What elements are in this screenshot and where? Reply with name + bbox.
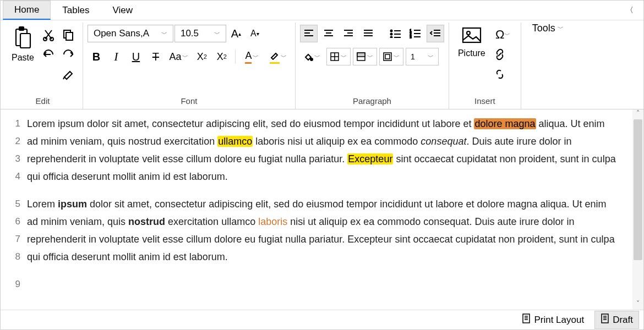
svg-rect-1: [19, 27, 24, 30]
highlighted-text: Excepteur: [347, 153, 393, 164]
tab-tables[interactable]: Tables: [51, 1, 101, 20]
chevron-down-icon: ﹀: [161, 30, 167, 38]
outdent-button[interactable]: [427, 25, 444, 42]
bullet-list-button[interactable]: [387, 25, 405, 42]
document-area: 1 2 3 4 5 6 7 8 9 Lorem ipsum dolor sit …: [1, 109, 643, 310]
grow-font-icon[interactable]: A▴: [227, 25, 245, 42]
superscript-button[interactable]: X2: [193, 48, 211, 65]
draft-view-button[interactable]: Draft: [594, 311, 639, 329]
borders-button[interactable]: ﹀: [326, 48, 351, 65]
bold-text: nostrud: [128, 216, 165, 227]
clipboard-icon: [12, 26, 34, 52]
font-name-select[interactable]: Open Sans,A ﹀: [88, 25, 173, 42]
align-center-button[interactable]: [320, 25, 337, 42]
print-layout-view-button[interactable]: Print Layout: [516, 311, 590, 329]
shrink-font-icon[interactable]: A▾: [246, 25, 264, 42]
svg-rect-18: [385, 54, 390, 59]
line-number: 6: [1, 213, 20, 230]
justify-button[interactable]: [359, 25, 377, 42]
draft-label: Draft: [613, 315, 633, 326]
scroll-up-icon[interactable]: ˄: [636, 109, 640, 119]
line-number: 8: [1, 248, 20, 266]
tab-home[interactable]: Home: [3, 1, 51, 20]
line-spacing-value: 1: [411, 52, 415, 61]
collapse-ribbon-icon[interactable]: 〈: [618, 6, 641, 15]
page-icon: [601, 314, 609, 326]
group-label-font: Font: [181, 95, 197, 108]
cell-margins-button[interactable]: ﹀: [379, 48, 403, 65]
highlight-color-button[interactable]: ﹀: [266, 48, 291, 65]
group-label-edit: Edit: [36, 95, 50, 108]
insert-hyperlink-icon[interactable]: [490, 45, 510, 64]
remove-hyperlink-icon[interactable]: [490, 64, 510, 84]
copy-icon[interactable]: [58, 25, 78, 45]
underline-button[interactable]: U: [127, 48, 145, 65]
svg-rect-16: [357, 53, 365, 57]
tab-view[interactable]: View: [101, 1, 145, 20]
insert-symbol-button[interactable]: Ω﹀: [490, 25, 516, 45]
paragraph[interactable]: Lorem ipsum dolor sit amet, consectetur …: [27, 195, 616, 266]
print-layout-label: Print Layout: [534, 315, 584, 326]
tab-bar: Home Tables View 〈: [1, 1, 643, 20]
font-size-select[interactable]: 10.5 ﹀: [174, 25, 226, 42]
tools-button[interactable]: Tools﹀: [532, 23, 564, 34]
document-text[interactable]: Lorem ipsum dolor sit amet, consectetur …: [27, 109, 643, 310]
svg-point-9: [390, 37, 392, 38]
vertical-scrollbar[interactable]: ˄ ˅: [632, 109, 643, 310]
line-number: 1: [1, 115, 20, 133]
bold-text: ipsum: [58, 199, 87, 210]
format-painter-icon[interactable]: [58, 64, 78, 84]
line-number: 4: [1, 168, 20, 185]
svg-rect-17: [384, 53, 391, 61]
italic-text: consequat: [421, 136, 466, 147]
group-tools: Tools﹀: [521, 23, 575, 109]
group-insert: Picture Ω﹀ Insert: [449, 23, 521, 109]
align-right-button[interactable]: [340, 25, 357, 42]
paragraph[interactable]: Lorem ipsum dolor sit amet, consectetur …: [27, 115, 616, 185]
svg-rect-22: [602, 314, 608, 323]
bold-button[interactable]: B: [88, 48, 105, 65]
cut-icon[interactable]: [39, 25, 58, 45]
font-color-button[interactable]: A﹀: [240, 48, 264, 65]
strikethrough-button[interactable]: T: [147, 48, 165, 65]
text-run: Lorem ipsum dolor sit amet, consectetur …: [27, 118, 474, 129]
highlighted-text: dolore magna: [474, 118, 536, 129]
change-case-button[interactable]: Aa﹀: [167, 48, 191, 65]
font-size-value: 10.5: [181, 28, 199, 39]
line-number: 5: [1, 195, 20, 213]
group-label-paragraph: Paragraph: [353, 95, 391, 108]
subscript-button[interactable]: X2: [213, 48, 231, 65]
scrollbar-thumb[interactable]: [634, 119, 642, 260]
undo-icon[interactable]: [39, 45, 58, 64]
font-name-value: Open Sans,A: [94, 28, 149, 39]
line-spacing-select[interactable]: 1﹀: [406, 48, 439, 65]
paste-label: Paste: [12, 53, 34, 63]
scroll-down-icon[interactable]: ˅: [636, 300, 640, 310]
colored-text: laboris: [258, 216, 287, 227]
status-bar: Print Layout Draft: [1, 310, 643, 329]
svg-rect-19: [463, 28, 481, 42]
insert-picture-button[interactable]: Picture: [454, 25, 490, 59]
align-left-button[interactable]: [300, 25, 318, 42]
svg-point-7: [390, 30, 392, 32]
paste-button[interactable]: Paste: [7, 25, 39, 64]
line-number: 9: [1, 276, 20, 293]
picture-label: Picture: [458, 48, 485, 58]
redo-icon[interactable]: [58, 45, 78, 64]
ribbon: Paste Edit: [1, 20, 643, 109]
picture-icon: [461, 26, 483, 47]
svg-point-20: [467, 31, 470, 35]
svg-point-8: [390, 34, 392, 35]
text-run: Lorem: [27, 199, 58, 210]
tools-label: Tools: [532, 23, 555, 34]
italic-button[interactable]: I: [107, 48, 125, 65]
text-run: exercitation ullamco: [165, 216, 258, 227]
line-number: 2: [1, 133, 20, 150]
highlighted-text: ullamco: [217, 136, 253, 147]
line-number-gutter: 1 2 3 4 5 6 7 8 9: [1, 109, 27, 310]
shading-button[interactable]: ﹀: [353, 48, 377, 65]
numbered-list-button[interactable]: 123: [407, 25, 424, 42]
svg-rect-21: [523, 314, 530, 323]
fill-color-button[interactable]: ﹀: [300, 48, 324, 65]
scrollbar-track[interactable]: [632, 119, 643, 300]
